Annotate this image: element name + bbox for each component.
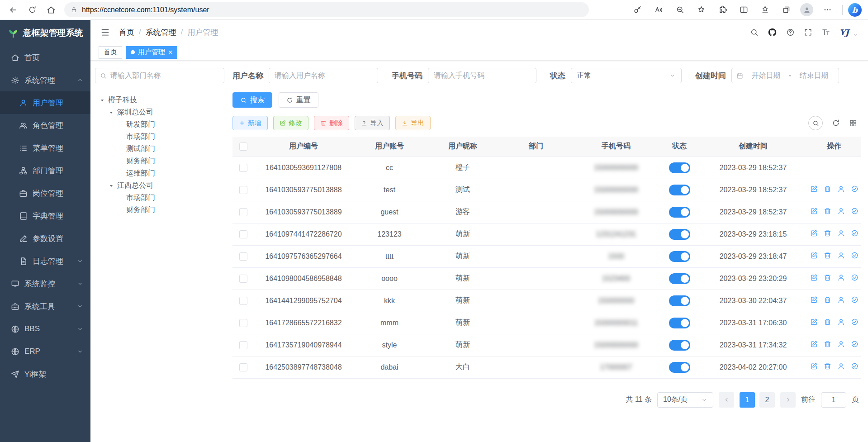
row-checkbox[interactable]: [239, 164, 247, 172]
refresh-table-icon[interactable]: [832, 119, 840, 127]
page-button-2[interactable]: 2: [759, 392, 775, 408]
user-action-icon[interactable]: [837, 318, 845, 326]
row-checkbox[interactable]: [239, 208, 247, 216]
user-action-icon[interactable]: [837, 362, 845, 370]
edit-action-icon[interactable]: [810, 252, 818, 259]
row-checkbox[interactable]: [239, 341, 247, 349]
edit-action-icon[interactable]: [810, 340, 818, 348]
approve-action-icon[interactable]: [851, 229, 859, 237]
sidebar-item-tools[interactable]: 系统工具: [0, 295, 90, 318]
status-toggle[interactable]: [669, 273, 690, 284]
edit-action-icon[interactable]: [810, 318, 818, 326]
delete-action-icon[interactable]: [824, 274, 831, 281]
next-page-button[interactable]: [780, 392, 796, 408]
row-checkbox[interactable]: [239, 275, 247, 283]
row-checkbox[interactable]: [239, 230, 247, 238]
approve-action-icon[interactable]: [851, 318, 859, 326]
import-button[interactable]: 导入: [355, 116, 390, 130]
sidebar-item-dept[interactable]: 部门管理: [0, 159, 90, 182]
copilot-icon[interactable]: b: [848, 3, 862, 17]
sidebar-item-dict[interactable]: 字典管理: [0, 204, 90, 227]
tab-user-management[interactable]: 用户管理×: [126, 46, 177, 59]
delete-action-icon[interactable]: [824, 207, 831, 215]
search-button[interactable]: 搜索: [232, 92, 272, 108]
tree-node[interactable]: 研发部门: [95, 119, 224, 131]
sidebar-item-post[interactable]: 岗位管理: [0, 182, 90, 204]
status-select[interactable]: 正常: [571, 68, 682, 83]
app-logo[interactable]: 意框架管理系统: [0, 20, 90, 46]
status-toggle[interactable]: [669, 251, 690, 262]
sidebar-item-user[interactable]: 用户管理: [0, 91, 90, 114]
approve-action-icon[interactable]: [851, 185, 859, 193]
row-checkbox[interactable]: [239, 319, 247, 327]
row-checkbox[interactable]: [239, 363, 247, 371]
sidebar-item-param[interactable]: 参数设置: [0, 227, 90, 250]
sidebar-item-home[interactable]: 首页: [0, 46, 90, 69]
zoom-icon[interactable]: [670, 2, 689, 18]
back-icon[interactable]: [5, 2, 22, 18]
add-button[interactable]: 新增: [232, 116, 268, 130]
date-end-placeholder[interactable]: 结束日期: [794, 71, 834, 81]
date-start-placeholder[interactable]: 开始日期: [746, 71, 786, 81]
goto-page-input[interactable]: [821, 392, 846, 408]
delete-button[interactable]: 删除: [314, 116, 349, 130]
delete-action-icon[interactable]: [824, 318, 831, 326]
tree-node[interactable]: 财务部门: [95, 155, 224, 167]
fullscreen-icon[interactable]: [804, 28, 812, 37]
sidebar-item-erp[interactable]: ERP: [0, 340, 90, 363]
user-action-icon[interactable]: [837, 296, 845, 304]
page-size-select[interactable]: 10条/页: [657, 392, 713, 408]
date-range-picker[interactable]: 开始日期 - 结束日期: [731, 68, 839, 83]
sidebar-item-system[interactable]: 系统管理: [0, 69, 90, 91]
delete-action-icon[interactable]: [824, 229, 831, 237]
user-action-icon[interactable]: [837, 340, 845, 348]
hamburger-icon[interactable]: [100, 28, 110, 37]
edit-action-icon[interactable]: [810, 207, 818, 215]
sidebar-item-menu[interactable]: 菜单管理: [0, 137, 90, 159]
export-button[interactable]: 导出: [395, 116, 431, 130]
status-toggle[interactable]: [669, 162, 690, 173]
row-checkbox[interactable]: [239, 252, 247, 261]
tree-node[interactable]: 市场部门: [95, 192, 224, 204]
approve-action-icon[interactable]: [851, 340, 859, 348]
status-toggle[interactable]: [669, 229, 690, 240]
phone-input[interactable]: [428, 68, 536, 83]
user-action-icon[interactable]: [837, 252, 845, 259]
search-toggle-icon[interactable]: [808, 116, 823, 130]
page-button-1[interactable]: 1: [740, 392, 755, 408]
breadcrumb-item[interactable]: 系统管理: [146, 27, 176, 38]
favorites-bar-icon[interactable]: [755, 2, 774, 18]
tree-node[interactable]: 运维部门: [95, 167, 224, 180]
user-avatar[interactable]: YJ: [840, 25, 849, 39]
delete-action-icon[interactable]: [824, 185, 831, 193]
delete-action-icon[interactable]: [824, 252, 831, 259]
status-toggle[interactable]: [669, 295, 690, 306]
caret-down-icon[interactable]: [108, 109, 114, 116]
status-toggle[interactable]: [669, 185, 690, 195]
tree-node[interactable]: 市场部门: [95, 131, 224, 143]
status-toggle[interactable]: [669, 362, 690, 373]
department-search-input[interactable]: [110, 71, 219, 80]
delete-action-icon[interactable]: [824, 362, 831, 370]
search-icon[interactable]: [750, 28, 759, 37]
delete-action-icon[interactable]: [824, 340, 831, 348]
edit-action-icon[interactable]: [810, 229, 818, 237]
tree-node[interactable]: 江西总公司: [95, 180, 224, 192]
collections-icon[interactable]: [777, 2, 796, 18]
approve-action-icon[interactable]: [851, 274, 859, 281]
status-toggle[interactable]: [669, 340, 690, 351]
home-icon[interactable]: [43, 2, 60, 18]
tree-node[interactable]: 测试部门: [95, 143, 224, 155]
edit-button[interactable]: 修改: [273, 116, 308, 130]
caret-down-icon[interactable]: [108, 183, 114, 189]
approve-action-icon[interactable]: [851, 362, 859, 370]
github-icon[interactable]: [768, 28, 777, 37]
row-checkbox[interactable]: [239, 186, 247, 194]
caret-down-icon[interactable]: [99, 97, 105, 104]
sidebar-item-log[interactable]: 日志管理: [0, 250, 90, 272]
font-size-icon[interactable]: [821, 28, 830, 37]
browser-profile-avatar[interactable]: [800, 3, 813, 16]
row-checkbox[interactable]: [239, 297, 247, 305]
select-all-checkbox[interactable]: [239, 143, 247, 151]
url-text[interactable]: https://ccnetcore.com:1101/system/user: [82, 6, 209, 14]
